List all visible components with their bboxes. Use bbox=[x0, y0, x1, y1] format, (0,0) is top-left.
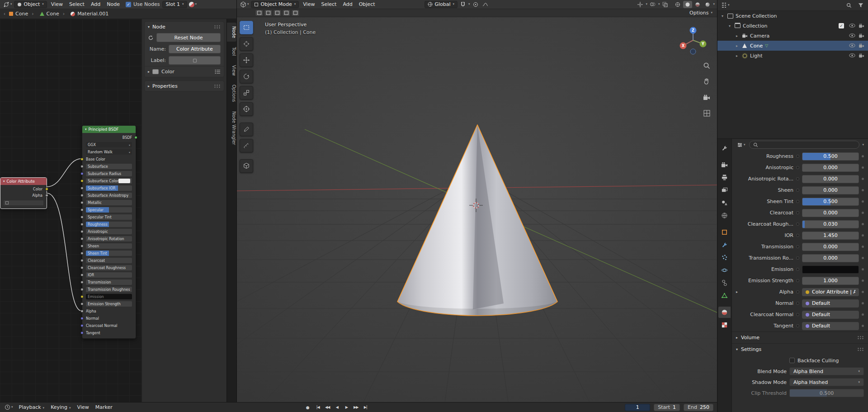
menu-item[interactable]: View bbox=[48, 1, 66, 8]
node-input-row[interactable]: Anisotropic Rotation bbox=[82, 235, 136, 242]
shading-wireframe-button[interactable] bbox=[673, 1, 682, 8]
properties-tab-object[interactable] bbox=[718, 227, 731, 238]
node-field[interactable]: Random Walk bbox=[86, 149, 132, 155]
properties-tab-world[interactable] bbox=[718, 210, 731, 221]
animate-decorator[interactable] bbox=[796, 268, 799, 271]
property-field[interactable]: 1.000 bbox=[802, 277, 859, 285]
node-label-input[interactable] bbox=[169, 56, 221, 65]
tool-add-primitive[interactable] bbox=[240, 159, 253, 173]
disclosure-triangle[interactable]: ▾ bbox=[727, 24, 732, 28]
node-panel-header[interactable]: ▾ Node bbox=[145, 22, 224, 32]
transport-button[interactable]: ◀ bbox=[333, 404, 341, 411]
editor-type-button[interactable]: ▾ bbox=[720, 2, 731, 8]
node-field[interactable]: Normal bbox=[86, 316, 99, 321]
property-field[interactable]: 0.000 bbox=[802, 164, 859, 172]
transport-button[interactable]: |◀ bbox=[314, 404, 322, 411]
expand-icon[interactable]: ▸ bbox=[148, 70, 150, 74]
menu-item[interactable]: Add bbox=[88, 1, 104, 8]
node-field[interactable]: GGX bbox=[86, 142, 132, 147]
camera-view-button[interactable] bbox=[702, 92, 712, 102]
node-input-row[interactable]: Transmission Roughness bbox=[82, 286, 136, 293]
extras-decorator[interactable] bbox=[862, 291, 864, 293]
node-socket[interactable] bbox=[80, 172, 84, 175]
node-socket[interactable] bbox=[80, 281, 84, 284]
animate-decorator[interactable] bbox=[796, 177, 799, 180]
extras-decorator[interactable] bbox=[862, 189, 864, 191]
node-socket[interactable] bbox=[80, 245, 84, 248]
node-field[interactable]: Anisotropic bbox=[86, 229, 132, 234]
node-socket[interactable] bbox=[80, 274, 84, 277]
node-socket[interactable] bbox=[80, 288, 84, 291]
node-field[interactable]: Clearcoat Roughness bbox=[86, 265, 132, 270]
extras-decorator[interactable] bbox=[862, 257, 864, 259]
current-frame-field[interactable]: 1 bbox=[625, 404, 650, 411]
blend-mode-dropdown[interactable]: Alpha Blend ▾ bbox=[789, 367, 864, 375]
properties-tab-particles[interactable] bbox=[718, 252, 731, 263]
extras-decorator[interactable] bbox=[862, 234, 864, 237]
node-socket[interactable] bbox=[80, 310, 84, 313]
tool-move[interactable] bbox=[240, 53, 253, 67]
transport-button[interactable]: ◀◀ bbox=[323, 404, 332, 411]
node-input-row[interactable]: Clearcoat Roughness bbox=[82, 264, 136, 271]
chevron-down-icon[interactable]: ▾ bbox=[862, 143, 864, 147]
select-mode-subtract-button[interactable] bbox=[274, 10, 281, 16]
node-input-row[interactable]: BSDF bbox=[82, 134, 136, 141]
collapse-icon[interactable]: ▾ bbox=[85, 128, 87, 131]
gizmo-negative-z-axis[interactable] bbox=[690, 49, 696, 54]
outliner-search-button[interactable] bbox=[844, 2, 854, 9]
property-field[interactable]: Default bbox=[802, 299, 859, 308]
color-swatch[interactable] bbox=[152, 69, 159, 74]
outliner-row[interactable]: ▸ Camera ▽ ✓ bbox=[717, 31, 868, 41]
hide-eye-icon[interactable] bbox=[849, 33, 855, 38]
node-field[interactable]: Clearcoat bbox=[86, 258, 132, 263]
mode-dropdown[interactable]: Object Mode ▾ bbox=[251, 1, 299, 8]
node-socket[interactable] bbox=[80, 252, 84, 255]
node-socket[interactable] bbox=[80, 208, 84, 212]
animate-decorator[interactable] bbox=[796, 234, 799, 237]
properties-tab-output[interactable] bbox=[718, 172, 731, 183]
node-input-row[interactable]: Subsurface Color bbox=[82, 177, 136, 185]
disclosure-triangle[interactable]: ▸ bbox=[735, 54, 739, 58]
properties-tab-physics[interactable] bbox=[718, 265, 731, 276]
outliner-row[interactable]: ▸ Cone ▽ ✓ bbox=[717, 41, 868, 51]
list-icon[interactable] bbox=[215, 69, 221, 74]
node-field[interactable]: Alpha bbox=[86, 308, 96, 314]
menu-item[interactable]: Playback bbox=[16, 404, 48, 411]
settings-section-header[interactable]: ▾ Settings bbox=[732, 343, 868, 355]
menu-item[interactable]: Keying bbox=[47, 404, 74, 411]
property-field[interactable]: 0.500 bbox=[802, 198, 859, 206]
node-field[interactable]: BSDF bbox=[123, 135, 132, 140]
menu-item[interactable]: Add bbox=[340, 1, 355, 8]
node-socket[interactable] bbox=[80, 230, 84, 233]
extras-decorator[interactable] bbox=[862, 178, 864, 180]
node-input-row[interactable]: Subsurface bbox=[82, 163, 136, 170]
tool-transform[interactable] bbox=[240, 102, 253, 116]
chevron-left-icon[interactable]: ‹ bbox=[4, 11, 5, 16]
auto-keyframe-button[interactable]: ● bbox=[304, 404, 312, 411]
animate-decorator[interactable] bbox=[796, 189, 799, 192]
show-gizmo-button[interactable] bbox=[636, 1, 645, 8]
node-graph-area[interactable]: ▾ Principled BSDF BSDF bbox=[0, 19, 236, 402]
node-field[interactable]: Transmission Roughness bbox=[86, 287, 132, 292]
breadcrumb-item[interactable]: Cone bbox=[28, 11, 59, 17]
volume-section-header[interactable]: ▸ Volume bbox=[732, 331, 868, 343]
zoom-button[interactable] bbox=[702, 61, 712, 71]
chevron-down-icon[interactable]: ▾ bbox=[658, 3, 660, 6]
frame-start-field[interactable]: Start 1 bbox=[654, 404, 680, 411]
transport-button[interactable]: ▶| bbox=[361, 404, 370, 411]
extras-decorator[interactable] bbox=[862, 325, 864, 327]
node-field[interactable]: Specular bbox=[86, 207, 132, 213]
editor-type-button[interactable]: ▾ bbox=[736, 142, 746, 148]
property-field[interactable]: Default bbox=[802, 322, 859, 330]
tool-measure[interactable] bbox=[240, 139, 253, 152]
properties-tab-render[interactable] bbox=[718, 159, 731, 170]
node-field[interactable]: Subsurface Radius bbox=[86, 171, 132, 176]
node-input-row[interactable]: Transmission bbox=[82, 279, 136, 286]
node-input-row[interactable]: Specular Tint bbox=[82, 213, 136, 221]
transport-button[interactable]: ▶ bbox=[342, 404, 351, 411]
collapse-icon[interactable]: ▾ bbox=[3, 180, 5, 183]
node-socket[interactable] bbox=[80, 295, 84, 298]
attribute-name-field[interactable] bbox=[3, 200, 44, 206]
node-socket[interactable] bbox=[80, 237, 84, 241]
node-field[interactable]: Sheen Tint bbox=[86, 251, 132, 256]
